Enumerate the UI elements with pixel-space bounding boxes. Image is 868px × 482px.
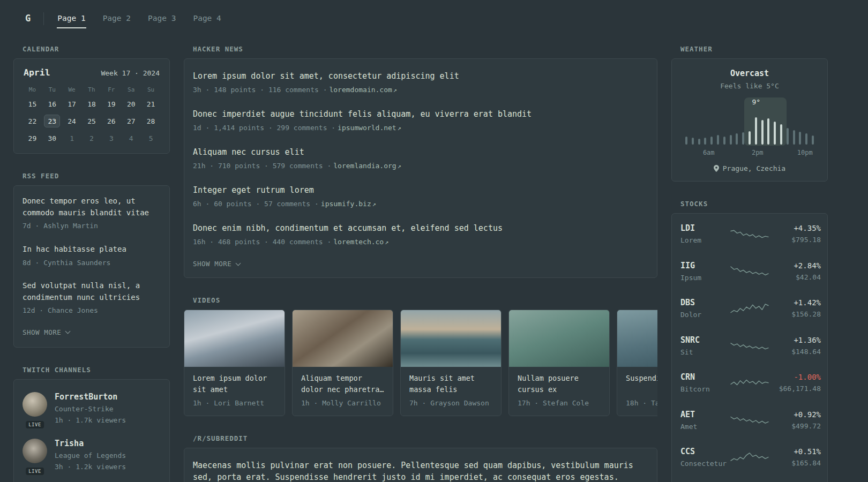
video-title[interactable]: Lorem ipsum dolor sit amet consectetu…	[184, 367, 285, 397]
rss-item-meta: 8d · Cynthia Saunders	[23, 258, 161, 268]
hackernews-item-title[interactable]: Aliquam nec cursus elit	[193, 146, 648, 159]
hackernews-item-domain[interactable]: loremdomain.com	[329, 85, 392, 95]
hackernews-item-title[interactable]: Donec imperdiet augue tincidunt felis al…	[193, 108, 648, 120]
rss-item-title[interactable]: Donec tempor eros leo, ut commodo mauris…	[23, 195, 161, 219]
dashboard-grid: CALENDAR April Week 17 · 2024 MoTuWeThFr…	[0, 31, 868, 482]
stock-values: +0.92% $499.72	[769, 410, 821, 432]
external-link-icon: ↗	[393, 86, 397, 94]
hackernews-show-more-button[interactable]: SHOW MORE	[193, 253, 648, 275]
temperature-bar	[685, 137, 687, 145]
twitch-channel-name[interactable]: Trisha	[55, 439, 126, 448]
calendar-day: 4	[123, 132, 139, 145]
rss-item-title[interactable]: Sed volutpat nulla nisl, a condimentum n…	[23, 280, 161, 303]
video-card[interactable]: Suspendisse diam 18h · Tara	[617, 310, 657, 416]
stocks-widget: STOCKS LDI Lorem +4.35% $795.18	[671, 200, 828, 482]
stock-identity: DBS Dolor	[680, 298, 730, 320]
calendar-day: 29	[24, 132, 40, 145]
video-card[interactable]: Lorem ipsum dolor sit amet consectetu… 1…	[184, 310, 285, 416]
calendar-day-headers: MoTuWeThFrSaSu	[23, 86, 161, 93]
hackernews-widget-title: HACKER NEWS	[193, 45, 657, 53]
rss-show-more-button[interactable]: SHOW MORE	[23, 322, 161, 344]
stock-row[interactable]: AET Amet +0.92% $499.72	[680, 402, 819, 440]
stock-symbol: CRN	[680, 372, 730, 382]
stock-name: Sit	[680, 347, 730, 358]
hackernews-item-domain[interactable]: loremlandia.org	[333, 161, 396, 171]
rss-item-meta: 7d · Ashlyn Martin	[23, 221, 161, 231]
twitch-channel-item[interactable]: LIVE Trisha League of Legends 3h · 1.2k …	[23, 433, 161, 479]
video-thumbnail	[617, 310, 657, 367]
calendar-day: 18	[84, 97, 100, 110]
stock-row[interactable]: CCS Consectetur +0.51% $165.84	[680, 439, 819, 477]
stock-sparkline	[730, 375, 769, 391]
page-tab[interactable]: Page 2	[102, 12, 131, 28]
stock-row[interactable]: SNRC Sit +1.36% $148.64	[680, 328, 819, 365]
twitch-channel-item[interactable]: LIVE ForrestBurton Counter-Strike 1h · 1…	[23, 386, 161, 433]
hackernews-item-meta: 6h · 60 points · 57 comments ·ipsumify.b…	[193, 199, 648, 209]
video-title[interactable]: Mauris sit amet massa felis	[401, 367, 501, 397]
right-column: WEATHER Overcast Feels like 5°C 9° 6am2p…	[671, 45, 828, 482]
page-tab[interactable]: Page 3	[147, 12, 176, 28]
external-link-icon: ↗	[398, 162, 401, 170]
weather-location-row: Prague, Czechia	[680, 164, 819, 172]
stock-name: Bitcorn	[680, 384, 730, 395]
middle-column: HACKER NEWS Lorem ipsum dolor sit amet, …	[184, 45, 657, 482]
external-link-icon: ↗	[398, 124, 401, 132]
hackernews-item-title[interactable]: Lorem ipsum dolor sit amet, consectetur …	[193, 70, 648, 82]
rss-item: In hac habitasse platea 8d · Cynthia Sau…	[23, 237, 161, 274]
subreddit-post-title[interactable]: Maecenas mollis pulvinar erat non posuer…	[193, 460, 648, 482]
video-title[interactable]: Suspendisse diam	[617, 367, 657, 397]
stock-identity: CCS Consectetur	[680, 447, 730, 469]
rss-item: Donec tempor eros leo, ut commodo mauris…	[23, 189, 161, 237]
hackernews-item-stats: 1d · 1,414 points · 299 comments ·	[193, 124, 335, 132]
stock-row[interactable]: AHS +0.46%	[680, 477, 819, 482]
video-card[interactable]: Aliquam tempor dolor nec pharetra… 1h · …	[292, 310, 393, 416]
calendar-day: 2	[84, 132, 100, 145]
stock-row[interactable]: LDI Lorem +4.35% $795.18	[680, 216, 819, 253]
twitch-channel-item[interactable]: KendallCarr	[23, 479, 161, 482]
stock-row[interactable]: CRN Bitcorn -1.00% $66,171.48	[680, 365, 819, 402]
stock-row[interactable]: DBS Dolor +1.42% $156.28	[680, 290, 819, 328]
subreddit-card: Maecenas mollis pulvinar erat non posuer…	[184, 448, 657, 482]
day-of-week-label: Su	[147, 86, 154, 93]
hackernews-item-domain[interactable]: loremtech.co	[333, 237, 384, 247]
calendar-day: 1	[64, 132, 80, 145]
calendar-day: 28	[143, 115, 159, 127]
stock-row[interactable]: IIG Ipsum +2.84% $42.04	[680, 253, 819, 291]
temperature-bar	[787, 128, 789, 145]
hackernews-item-title[interactable]: Donec enim nibh, condimentum et accumsan…	[193, 222, 648, 235]
weather-card: Overcast Feels like 5°C 9° 6am2pm10pm Pr…	[671, 58, 828, 182]
rss-item-title[interactable]: In hac habitasse platea	[23, 244, 161, 255]
temperature-bar	[717, 135, 719, 145]
time-axis-label: 2pm	[752, 149, 764, 156]
video-card[interactable]: Nullam posuere cursus ex 17h · Stefan Co…	[508, 310, 610, 416]
hackernews-item-title[interactable]: Integer eget rutrum lorem	[193, 184, 648, 197]
hackernews-item: Donec enim nibh, condimentum et accumsan…	[193, 215, 648, 253]
stock-identity: LDI Lorem	[680, 223, 730, 246]
calendar-day: 23	[44, 115, 60, 127]
stock-change: +4.35%	[769, 224, 821, 232]
calendar-day: 19	[103, 97, 119, 110]
stock-price: $148.64	[769, 347, 821, 357]
hackernews-item-domain[interactable]: ipsumworld.net	[338, 123, 396, 133]
app-logo[interactable]: G	[25, 13, 31, 27]
twitch-channel-viewers: 1h · 1.7k viewers	[55, 415, 126, 426]
stock-change: -1.00%	[769, 373, 821, 381]
videos-row: Lorem ipsum dolor sit amet consectetu… 1…	[184, 310, 657, 416]
stock-change: +1.36%	[769, 336, 821, 344]
twitch-channel-name[interactable]: ForrestBurton	[55, 392, 126, 402]
rss-item: Sed volutpat nulla nisl, a condimentum n…	[23, 274, 161, 322]
calendar-day: 27	[123, 115, 139, 127]
location-pin-icon	[714, 165, 719, 172]
hackernews-item-meta: 1d · 1,414 points · 299 comments ·ipsumw…	[193, 123, 648, 133]
stock-sparkline	[730, 450, 769, 466]
video-title[interactable]: Aliquam tempor dolor nec pharetra…	[293, 367, 393, 397]
day-of-week-label: We	[69, 86, 76, 93]
page-tab[interactable]: Page 4	[192, 12, 221, 28]
stock-values: +1.42% $156.28	[769, 298, 821, 320]
temperature-bar	[799, 132, 801, 145]
video-card[interactable]: Mauris sit amet massa felis 7h · Grayson…	[400, 310, 502, 416]
page-tab[interactable]: Page 1	[57, 12, 86, 28]
hackernews-item-domain[interactable]: ipsumify.biz	[321, 199, 371, 209]
video-title[interactable]: Nullam posuere cursus ex	[509, 367, 609, 397]
hackernews-item: Aliquam nec cursus elit 21h · 710 points…	[193, 139, 648, 177]
